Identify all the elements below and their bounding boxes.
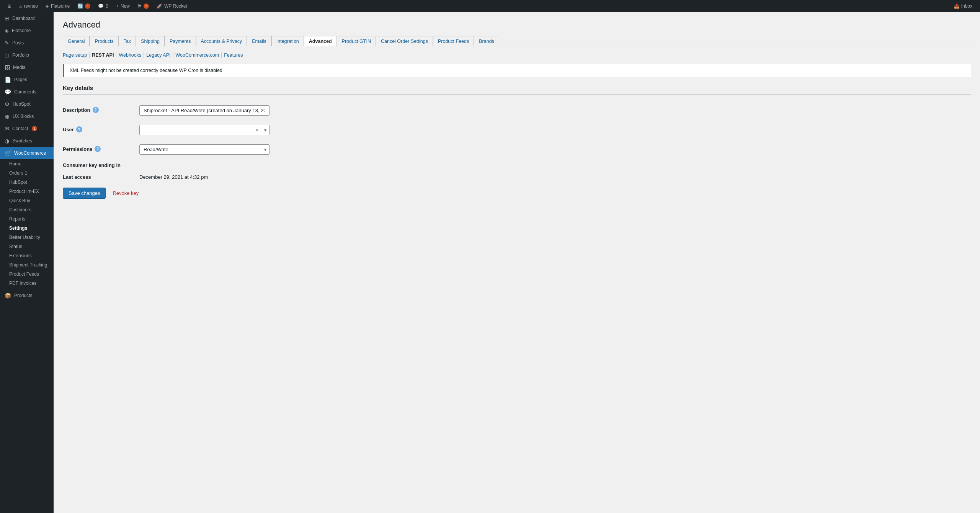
- adminbar-wp-logo[interactable]: ⊞: [4, 0, 15, 12]
- subnav-links: Page setup REST API Webhooks Legacy API …: [63, 52, 971, 58]
- orders-badge: 1: [25, 170, 28, 176]
- contact-badge: 1: [32, 126, 37, 131]
- cron-notice: XML Feeds might not be created correctly…: [63, 64, 971, 77]
- consumer-key-section: Consumer key ending in: [63, 162, 971, 168]
- adminbar-flatsome[interactable]: ◈ Flatsome: [42, 0, 74, 12]
- subnav-legacy-api[interactable]: Legacy API: [144, 52, 173, 58]
- submenu-shipment-tracking[interactable]: Shipment Tracking: [0, 260, 54, 270]
- wp-rocket-icon: 🚀: [157, 3, 162, 9]
- last-access-label: Last access: [63, 174, 139, 180]
- updates-icon: 🔄: [77, 3, 83, 9]
- description-input[interactable]: [139, 105, 270, 116]
- sidebar-item-hubspot[interactable]: ⚙ HubSpot: [0, 98, 54, 110]
- tab-products[interactable]: Products: [90, 36, 118, 46]
- user-label: User: [63, 127, 74, 132]
- submenu-hubspot[interactable]: HubSpot: [0, 178, 54, 187]
- description-label: Description: [63, 107, 90, 113]
- posts-icon: ✎: [5, 40, 9, 46]
- sidebar: ⊞ Dashboard ◈ Flatsome ✎ Posts ◻ Portfol…: [0, 12, 54, 513]
- admin-bar: ⊞ ⌂ revneo ◈ Flatsome 🔄 1 💬 0 + New ⚑ 2 …: [0, 0, 980, 12]
- subnav-features[interactable]: Features: [222, 52, 245, 58]
- tab-product-feeds[interactable]: Product Feeds: [433, 36, 474, 46]
- cron-notice-text: XML Feeds might not be created correctly…: [70, 68, 222, 73]
- sidebar-item-pages[interactable]: 📄 Pages: [0, 74, 54, 86]
- user-select[interactable]: [139, 125, 270, 135]
- user-select-clear-icon[interactable]: ×: [256, 127, 259, 133]
- submenu-product-feeds[interactable]: Product Feeds: [0, 270, 54, 279]
- tab-payments[interactable]: Payments: [165, 36, 196, 46]
- permissions-help-icon[interactable]: ?: [95, 146, 101, 152]
- tab-cancel-order-settings[interactable]: Cancel Order Settings: [376, 36, 433, 46]
- dashboard-icon: ⊞: [5, 15, 9, 21]
- contact-icon: ✉: [5, 126, 9, 132]
- save-changes-button[interactable]: Save changes: [63, 188, 106, 199]
- tab-tax[interactable]: Tax: [119, 36, 136, 46]
- tab-integration[interactable]: Integration: [271, 36, 304, 46]
- sidebar-item-posts[interactable]: ✎ Posts: [0, 37, 54, 49]
- submenu-extensions[interactable]: Extensions: [0, 251, 54, 260]
- subnav-rest-api[interactable]: REST API: [90, 52, 116, 58]
- submenu-home[interactable]: Home: [0, 159, 54, 168]
- submenu-orders[interactable]: Orders 1: [0, 168, 54, 178]
- sidebar-item-flatsome[interactable]: ◈ Flatsome: [0, 25, 54, 37]
- sidebar-item-products[interactable]: 📦 Products: [0, 289, 54, 302]
- submenu-quick-buy[interactable]: Quick Buy: [0, 196, 54, 205]
- tab-brands[interactable]: Brands: [474, 36, 499, 46]
- description-help-icon[interactable]: ?: [93, 107, 99, 113]
- submenu-status[interactable]: Status: [0, 242, 54, 251]
- permissions-select[interactable]: Read Write Read/Write: [139, 144, 270, 155]
- tab-emails[interactable]: Emails: [247, 36, 271, 46]
- form-actions: Save changes Revoke key: [63, 188, 971, 199]
- sidebar-item-ux-blocks[interactable]: ▦ UX Blocks: [0, 110, 54, 123]
- sidebar-item-media[interactable]: 🖼 Media: [0, 61, 54, 74]
- tab-shipping[interactable]: Shipping: [136, 36, 165, 46]
- woocommerce-icon: 🛒: [5, 150, 11, 156]
- tab-advanced[interactable]: Advanced: [304, 36, 337, 46]
- adminbar-updates[interactable]: 🔄 1: [74, 0, 94, 12]
- tab-accounts-privacy[interactable]: Accounts & Privacy: [196, 36, 247, 46]
- submenu-better-usability[interactable]: Better Usability: [0, 233, 54, 242]
- ux-blocks-icon: ▦: [5, 113, 10, 119]
- adminbar-inbox[interactable]: 📥 Inbox: [950, 3, 976, 9]
- wpseo-badge: 2: [144, 3, 149, 9]
- flatsome-menu-icon: ◈: [5, 28, 9, 34]
- comments-menu-icon: 💬: [5, 89, 11, 95]
- adminbar-comments[interactable]: 💬 0: [94, 0, 112, 12]
- tab-product-gtin[interactable]: Product GTIN: [337, 36, 376, 46]
- hubspot-icon: ⚙: [5, 101, 10, 107]
- consumer-key-label: Consumer key ending in: [63, 162, 971, 168]
- submenu-settings[interactable]: Settings: [0, 224, 54, 233]
- wpseo-icon: ⚑: [137, 3, 142, 9]
- sidebar-item-swatches[interactable]: ◑ Swatches: [0, 135, 54, 147]
- flatsome-icon: ◈: [46, 3, 49, 9]
- sidebar-item-dashboard[interactable]: ⊞ Dashboard: [0, 12, 54, 25]
- subnav-page-setup[interactable]: Page setup: [63, 52, 90, 58]
- sidebar-item-comments[interactable]: 💬 Comments: [0, 86, 54, 98]
- adminbar-site-name[interactable]: ⌂ revneo: [15, 0, 42, 12]
- subnav-woocommerce-com[interactable]: WooCommerce.com: [173, 52, 222, 58]
- form-row-permissions: Permissions ? Read Write Read/Write: [63, 140, 971, 159]
- media-icon: 🖼: [5, 64, 10, 70]
- submenu-pdf-invoices[interactable]: PDF Invoices: [0, 279, 54, 288]
- submenu-product-im-ex[interactable]: Product Im-EX: [0, 187, 54, 196]
- sidebar-item-contact[interactable]: ✉ Contact 1: [0, 123, 54, 135]
- revoke-key-button[interactable]: Revoke key: [109, 188, 142, 198]
- submenu-reports[interactable]: Reports: [0, 214, 54, 224]
- pages-icon: 📄: [5, 77, 11, 83]
- adminbar-wpseo[interactable]: ⚑ 2: [134, 0, 153, 12]
- permissions-select-wrap: Read Write Read/Write ▾: [139, 144, 270, 155]
- site-home-icon: ⌂: [19, 3, 22, 9]
- key-details-form: Description ? User ?: [63, 101, 971, 159]
- comments-icon: 💬: [98, 3, 104, 9]
- tab-general[interactable]: General: [63, 36, 90, 46]
- adminbar-new-content[interactable]: + New: [112, 0, 134, 12]
- sidebar-item-woocommerce[interactable]: 🛒 WooCommerce: [0, 147, 54, 159]
- user-help-icon[interactable]: ?: [76, 126, 82, 132]
- sidebar-item-portfolio[interactable]: ◻ Portfolio: [0, 49, 54, 61]
- adminbar-wp-rocket[interactable]: 🚀 WP Rocket: [153, 0, 191, 12]
- last-access-row: Last access December 29, 2021 at 4:32 pm: [63, 174, 971, 180]
- submenu-customers[interactable]: Customers: [0, 205, 54, 214]
- inbox-icon: 📥: [954, 3, 960, 9]
- subnav-webhooks[interactable]: Webhooks: [116, 52, 144, 58]
- form-row-user: User ? × ▾: [63, 120, 971, 140]
